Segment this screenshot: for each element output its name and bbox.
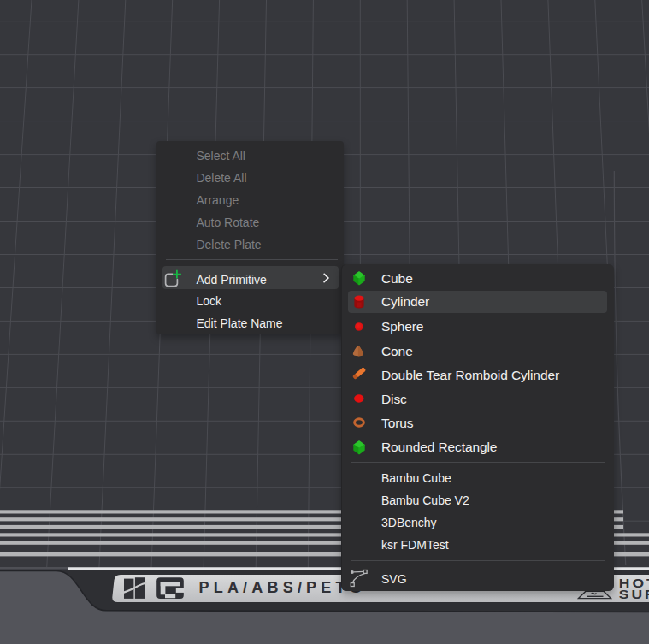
svg-text:SURFACE: SURFACE: [619, 588, 649, 600]
